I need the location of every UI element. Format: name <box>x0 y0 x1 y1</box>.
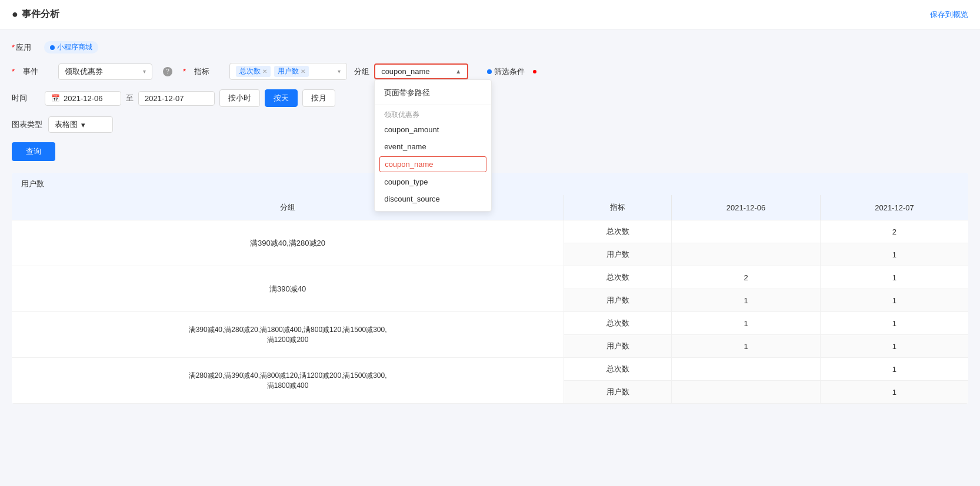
data-cell <box>672 220 821 243</box>
metrics-label: 指标 <box>194 66 218 77</box>
event-select[interactable]: 领取优惠券 ▾ <box>58 63 152 80</box>
table-row: 满280减20,满390减40,满800减120,满1200减200,满1500… <box>12 358 968 381</box>
date-start-value: 2021-12-06 <box>64 94 103 103</box>
metrics-required: * <box>183 67 186 76</box>
query-button[interactable]: 查询 <box>12 142 55 161</box>
metric-cell: 总次数 <box>564 358 672 381</box>
metric-cell: 总次数 <box>564 266 672 289</box>
data-cell: 2 <box>820 220 968 243</box>
groupby-section: 分组 coupon_name ▲ 页面带参路径 领取优惠券 coupon_amo… <box>354 63 468 79</box>
metric-cell: 用户数 <box>564 381 672 404</box>
metric-cell: 总次数 <box>564 312 672 335</box>
app-tag[interactable]: 小程序商城 <box>44 41 98 53</box>
metrics-select[interactable]: 总次数 ✕ 用户数 ✕ ▾ <box>229 63 347 80</box>
title-dot: ● <box>12 8 18 21</box>
dropdown-item-page-path[interactable]: 页面带参路径 <box>375 83 491 102</box>
metric-users-close[interactable]: ✕ <box>301 68 305 75</box>
col-header-metrics: 指标 <box>564 195 672 220</box>
page-header: ● 事件分析 保存到概览 <box>0 0 980 29</box>
metric-tag-total[interactable]: 总次数 ✕ <box>236 66 271 77</box>
group-cell-1: 满390减40,满280减20 <box>12 220 564 266</box>
title-text: 事件分析 <box>22 8 59 21</box>
help-icon[interactable]: ? <box>163 67 172 76</box>
time-label: 时间 <box>12 93 35 103</box>
dropdown-item-discount-source[interactable]: discount_source <box>375 190 491 207</box>
dropdown-divider <box>375 105 491 105</box>
dropdown-item-coupon-type[interactable]: coupon_type <box>375 173 491 190</box>
dropdown-section-label: 领取优惠券 <box>375 108 491 121</box>
metric-cell: 用户数 <box>564 289 672 312</box>
data-cell: 1 <box>820 312 968 335</box>
main-content: * 应用 小程序商城 * 事件 领取优惠券 ▾ ? * 指标 总次数 ✕ 用户数… <box>0 29 980 415</box>
data-cell: 1 <box>820 266 968 289</box>
groupby-value: coupon_name <box>381 67 452 76</box>
group-cell-4: 满280减20,满390减40,满800减120,满1200减200,满1500… <box>12 358 564 404</box>
time-btn-day[interactable]: 按天 <box>265 89 298 107</box>
data-cell <box>672 243 821 266</box>
dropdown-item-coupon-name[interactable]: coupon_name <box>379 156 486 172</box>
table-row: 满390减40 总次数 2 1 <box>12 266 968 289</box>
event-required: * <box>12 67 15 76</box>
filter-dot <box>487 69 492 74</box>
date-end-input[interactable]: 2021-12-07 <box>138 91 215 106</box>
filter-red-indicator <box>533 70 536 73</box>
metric-users-label: 用户数 <box>278 66 299 76</box>
time-btn-month[interactable]: 按月 <box>302 89 335 107</box>
calendar-icon-start: 📅 <box>51 94 60 102</box>
data-cell: 1 <box>820 335 968 358</box>
chart-type-select[interactable]: 表格图 ▾ <box>48 116 113 133</box>
page-title: ● 事件分析 <box>12 8 59 21</box>
event-metrics-row: * 事件 领取优惠券 ▾ ? * 指标 总次数 ✕ 用户数 ✕ ▾ 分组 <box>12 63 968 80</box>
result-table: 分组 指标 2021-12-06 2021-12-07 满390减40,满280… <box>12 195 968 404</box>
chart-type-label: 图表类型 <box>12 119 44 130</box>
dropdown-item-coupon-amount[interactable]: coupon_amount <box>375 121 491 138</box>
data-cell: 1 <box>672 312 821 335</box>
groupby-dropdown-wrapper: coupon_name ▲ 页面带参路径 领取优惠券 coupon_amount… <box>374 63 468 79</box>
group-cell-3: 满390减40,满280减20,满1800减400,满800减120,满1500… <box>12 312 564 358</box>
group-cell-2: 满390减40 <box>12 266 564 312</box>
date-end-value: 2021-12-07 <box>145 94 184 103</box>
metric-cell: 用户数 <box>564 335 672 358</box>
data-cell: 1 <box>672 335 821 358</box>
data-cell: 1 <box>820 381 968 404</box>
data-cell: 1 <box>820 289 968 312</box>
metric-total-label: 总次数 <box>239 66 261 76</box>
groupby-select[interactable]: coupon_name ▲ <box>374 63 468 79</box>
result-label: 用户数 <box>21 179 44 189</box>
chart-type-arrow: ▾ <box>81 120 85 129</box>
metric-cell: 用户数 <box>564 243 672 266</box>
data-cell <box>672 358 821 381</box>
date-to-separator: 至 <box>126 93 134 103</box>
app-required: * <box>12 43 15 52</box>
chart-type-value: 表格图 <box>55 119 78 130</box>
metric-total-close[interactable]: ✕ <box>262 68 267 75</box>
save-to-overview-button[interactable]: 保存到概览 <box>930 9 968 20</box>
filter-section: 筛选条件 <box>487 66 536 77</box>
app-label: 应用 <box>16 42 39 53</box>
metric-cell: 总次数 <box>564 220 672 243</box>
app-tag-label: 小程序商城 <box>57 42 92 52</box>
col-header-date1: 2021-12-06 <box>672 195 821 220</box>
event-select-arrow: ▾ <box>143 68 146 75</box>
app-tag-dot <box>50 45 55 50</box>
table-row: 满390减40,满280减20,满1800减400,满800减120,满1500… <box>12 312 968 335</box>
groupby-dropdown-menu: 页面带参路径 领取优惠券 coupon_amount event_name co… <box>374 79 492 212</box>
date-start-input[interactable]: 📅 2021-12-06 <box>45 91 121 106</box>
data-cell: 1 <box>820 243 968 266</box>
table-row: 满390减40,满280减20 总次数 2 <box>12 220 968 243</box>
data-cell: 1 <box>672 289 821 312</box>
filter-label: 筛选条件 <box>494 66 525 77</box>
groupby-label: 分组 <box>354 66 369 77</box>
metric-tag-users[interactable]: 用户数 ✕ <box>274 66 309 77</box>
data-cell <box>672 381 821 404</box>
metrics-arrow: ▾ <box>338 68 341 75</box>
event-value: 领取优惠券 <box>65 66 139 77</box>
col-header-date2: 2021-12-07 <box>820 195 968 220</box>
groupby-arrow: ▲ <box>455 68 461 75</box>
data-cell: 2 <box>672 266 821 289</box>
data-cell: 1 <box>820 358 968 381</box>
app-row: * 应用 小程序商城 <box>12 41 968 53</box>
time-btn-hour[interactable]: 按小时 <box>219 89 260 107</box>
event-label: 事件 <box>23 66 46 77</box>
dropdown-item-event-name[interactable]: event_name <box>375 138 491 155</box>
